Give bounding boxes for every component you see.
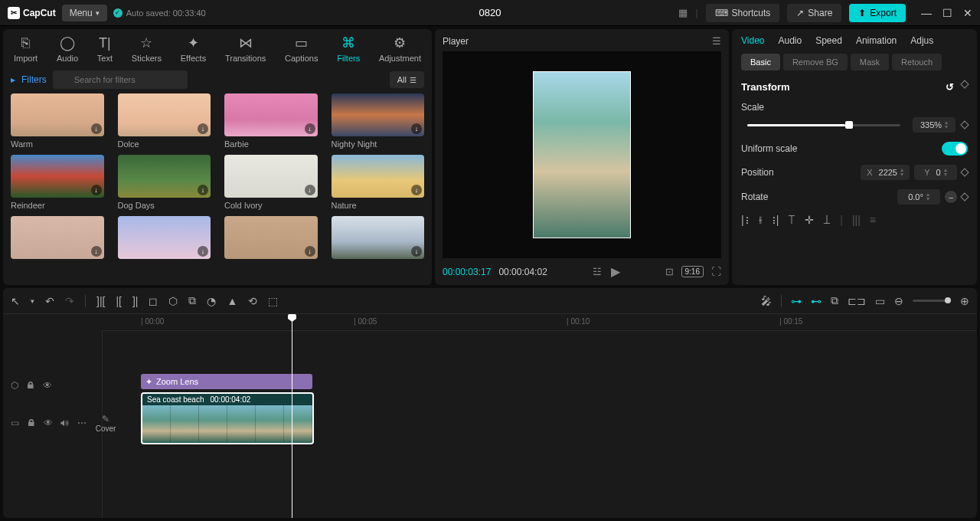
pointer-dropdown[interactable]: ▾ [31, 297, 34, 305]
download-icon[interactable]: ↓ [198, 123, 208, 134]
zoom-out-icon[interactable]: ⊖ [894, 295, 903, 307]
download-icon[interactable]: ↓ [91, 185, 102, 195]
aspect-ratio[interactable]: 9:16 [681, 266, 704, 277]
tab-text[interactable]: T|Text [94, 35, 116, 63]
uniform-scale-toggle[interactable] [942, 142, 968, 156]
speed-icon[interactable]: ◔ [207, 295, 216, 307]
split-icon[interactable]: ]|[ [96, 295, 105, 307]
filter-item[interactable]: ↓Dog Days [118, 155, 211, 210]
crop-tool-icon[interactable]: ⬚ [268, 295, 278, 307]
zoom-slider[interactable] [913, 300, 951, 302]
tab-stickers[interactable]: ☆Stickers [129, 35, 165, 63]
redo-button[interactable]: ↷ [65, 295, 74, 307]
tab-transitions[interactable]: ⋈Transitions [222, 35, 269, 63]
filter-item[interactable]: ↓Dolce [118, 93, 211, 149]
download-icon[interactable]: ↓ [305, 185, 315, 195]
scale-value[interactable]: 335%▴▾ [913, 117, 956, 133]
keyframe-icon[interactable] [960, 80, 969, 88]
align-left-icon[interactable]: |⫶ [741, 214, 750, 227]
download-icon[interactable]: ↓ [411, 123, 422, 134]
download-icon[interactable]: ↓ [411, 185, 422, 195]
rotate-tool-icon[interactable]: ⟲ [248, 295, 257, 307]
tab-audio[interactable]: ◯Audio [54, 35, 81, 63]
prop-tab-video[interactable]: Video [741, 35, 764, 46]
download-icon[interactable]: ↓ [91, 246, 102, 257]
position-x[interactable]: X2225▴▾ [861, 165, 910, 180]
focus-icon[interactable]: ⊡ [665, 266, 674, 277]
video-more-icon[interactable]: ⋯ [77, 418, 87, 428]
download-icon[interactable]: ↓ [198, 246, 208, 257]
layout-icon[interactable]: ▦ [678, 7, 688, 18]
prop-tab-audio[interactable]: Audio [778, 35, 802, 46]
sub-tab-remove-bg[interactable]: Remove BG [783, 54, 848, 70]
pointer-tool[interactable]: ↖ [11, 295, 20, 307]
reset-icon[interactable]: ↺ [946, 81, 954, 93]
effect-clip[interactable]: ✦ Zoom Lens [141, 374, 312, 389]
align-center-h-icon[interactable]: ⫲ [759, 214, 762, 227]
align-bottom-icon[interactable]: ⟘ [823, 214, 831, 227]
position-keyframe[interactable] [960, 168, 969, 176]
share-button[interactable]: ↗ Share [787, 4, 841, 22]
rotate-value[interactable]: 0.0°▴▾ [897, 189, 940, 205]
link-icon[interactable]: ⧉ [831, 294, 838, 307]
distribute-v-icon[interactable]: ≡ [870, 214, 876, 227]
undo-button[interactable]: ↶ [45, 295, 54, 307]
maximize-button[interactable]: ☐ [942, 7, 952, 19]
download-icon[interactable]: ↓ [305, 123, 315, 134]
download-icon[interactable]: ↓ [411, 246, 422, 257]
download-icon[interactable]: ↓ [91, 123, 102, 134]
align-center-v-icon[interactable]: ✛ [805, 214, 814, 227]
copy-icon[interactable]: ⧉ [188, 294, 196, 307]
mirror-icon[interactable]: ▲ [227, 295, 237, 307]
crop-icon[interactable]: ◻ [149, 295, 158, 307]
rotate-keyframe[interactable] [960, 192, 969, 201]
filters-link[interactable]: Filters [21, 74, 47, 85]
search-input[interactable] [53, 70, 188, 89]
prop-tab-adjus[interactable]: Adjus [910, 35, 933, 46]
filter-item[interactable]: ↓Warm [11, 93, 104, 149]
close-button[interactable]: ✕ [963, 7, 972, 19]
filter-item[interactable]: ↓Reindeer [11, 155, 104, 210]
trim-right-icon[interactable]: ]| [132, 295, 139, 307]
filter-item[interactable]: ↓ [11, 216, 104, 259]
video-clip[interactable]: Sea coast beach 00:00:04:02 [141, 392, 314, 444]
video-mute-icon[interactable]: 🔊︎ [60, 418, 70, 428]
tab-filters[interactable]: ⌘Filters [334, 35, 363, 63]
play-button[interactable]: ▶ [611, 264, 620, 279]
list-icon[interactable]: ☳ [593, 266, 602, 277]
zoom-in-icon[interactable]: ⊕ [960, 295, 969, 307]
snap-icon[interactable]: ⊷ [811, 295, 822, 307]
effect-eye-icon[interactable]: 👁︎ [43, 380, 52, 391]
download-icon[interactable]: ↓ [305, 246, 315, 257]
video-track-icon[interactable]: ▭ [11, 418, 19, 428]
track-icon[interactable]: ⊏⊐ [848, 295, 866, 307]
fullscreen-icon[interactable]: ⛶ [711, 266, 721, 277]
filter-item[interactable]: ↓ [118, 216, 211, 259]
export-button[interactable]: ⬆ Export [849, 4, 906, 22]
prop-tab-speed[interactable]: Speed [815, 35, 842, 46]
tab-import[interactable]: ⎘Import [11, 35, 41, 63]
sub-tab-retouch[interactable]: Retouch [892, 54, 942, 70]
preview-icon[interactable]: ▭ [875, 295, 885, 307]
trim-left-icon[interactable]: |[ [116, 295, 122, 307]
magnet-icon[interactable]: ⊶ [791, 295, 802, 307]
timeline-ruler[interactable]: | 00:00| 00:05| 00:10| 00:15 [103, 314, 977, 331]
preview-area[interactable] [443, 51, 721, 258]
distribute-h-icon[interactable]: ||| [852, 214, 861, 227]
all-filters-button[interactable]: All ☰ [390, 71, 424, 88]
video-lock-icon[interactable]: 🔒︎ [27, 418, 36, 428]
playhead-line[interactable] [292, 331, 292, 518]
minimize-button[interactable]: — [921, 7, 932, 19]
mic-icon[interactable]: 🎤︎ [761, 295, 772, 307]
effect-lock-icon[interactable]: ⬡ [11, 380, 18, 391]
player-menu-icon[interactable]: ☰ [712, 35, 721, 47]
sub-tab-basic[interactable]: Basic [741, 54, 780, 70]
filter-item[interactable]: ↓Cold Ivory [224, 155, 318, 210]
mask-icon[interactable]: ⬡ [168, 295, 178, 307]
filter-item[interactable]: ↓Barbie [224, 93, 318, 149]
align-top-icon[interactable]: ⟙ [788, 214, 795, 227]
filter-item[interactable]: ↓ [332, 216, 425, 259]
playhead-handle[interactable] [292, 314, 292, 331]
filter-item[interactable]: ↓Nature [332, 155, 425, 210]
tab-captions[interactable]: ▭Captions [282, 35, 321, 63]
